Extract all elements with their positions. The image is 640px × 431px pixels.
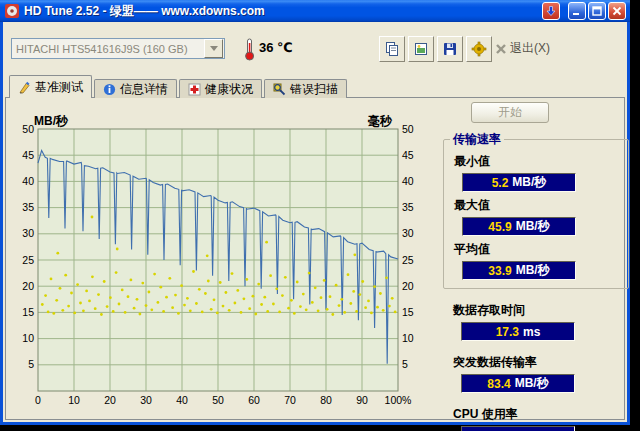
stat-cpu-usage-value-box: 3.6 % — [461, 426, 575, 431]
stat-minimum-label: 最小值 — [454, 153, 622, 170]
stat-cpu-usage: CPU 使用率 3.6 % — [449, 406, 629, 431]
benchmark-panel: MB/秒 毫秒 50454035302520151055045403530252… — [5, 97, 625, 420]
download-arrow-icon — [545, 5, 557, 17]
svg-text:70: 70 — [284, 394, 296, 406]
info-icon — [103, 83, 116, 96]
svg-text:60: 60 — [248, 394, 260, 406]
exit-button[interactable]: 退出(X) — [495, 40, 550, 57]
tab-benchmark[interactable]: 基准测试 — [9, 75, 92, 98]
svg-text:30: 30 — [402, 227, 414, 239]
thermometer-icon — [243, 37, 256, 61]
hd-tune-app-icon — [4, 3, 20, 19]
stat-access-time-value-box: 17.3 ms — [461, 322, 575, 341]
svg-text:25: 25 — [22, 254, 34, 266]
stat-average: 平均值 33.9 MB/秒 — [450, 241, 622, 280]
svg-text:50: 50 — [22, 123, 34, 135]
minimize-button[interactable] — [568, 2, 586, 20]
drive-select[interactable]: HITACHI HTS541616J9S (160 GB) — [11, 38, 225, 59]
svg-text:20: 20 — [402, 280, 414, 292]
close-button[interactable] — [608, 2, 626, 20]
svg-text:0: 0 — [35, 394, 41, 406]
health-cross-icon — [188, 83, 201, 96]
maximize-button[interactable] — [588, 2, 606, 20]
start-button[interactable]: 开始 — [471, 102, 549, 123]
svg-text:30: 30 — [22, 227, 34, 239]
maximize-icon — [592, 6, 602, 16]
stat-maximum-value: 45.9 — [488, 220, 511, 234]
tab-error-scan-label: 错误扫描 — [290, 81, 338, 98]
svg-text:15: 15 — [402, 306, 414, 318]
tab-info[interactable]: 信息详情 — [94, 79, 177, 98]
tab-health[interactable]: 健康状况 — [179, 79, 262, 98]
benchmark-chart: 5045403530252015105504540353025201510501… — [6, 112, 430, 412]
tab-info-label: 信息详情 — [120, 81, 168, 98]
svg-text:15: 15 — [22, 306, 34, 318]
stat-maximum-unit: MB/秒 — [516, 218, 550, 235]
transfer-rate-group: 传输速率 最小值 5.2 MB/秒 最大值 45.9 — [443, 131, 629, 289]
copy-button[interactable] — [379, 36, 405, 62]
svg-text:10: 10 — [22, 332, 34, 344]
error-scan-icon — [273, 83, 286, 96]
save-button[interactable] — [437, 36, 463, 62]
svg-text:20: 20 — [22, 280, 34, 292]
titlebar[interactable]: HD Tune 2.52 - 绿盟—— www.xdowns.com — [0, 0, 630, 22]
stat-minimum-value: 5.2 — [492, 176, 509, 190]
temperature-value: 36 ℃ — [259, 40, 293, 55]
svg-text:10: 10 — [68, 394, 80, 406]
stat-minimum-value-box: 5.2 MB/秒 — [462, 173, 576, 192]
options-gear-icon — [471, 41, 487, 57]
exit-x-icon — [495, 43, 507, 55]
stat-average-value: 33.9 — [488, 264, 511, 278]
toolbar-buttons — [379, 36, 492, 62]
stat-access-time-value: 17.3 — [496, 325, 519, 339]
svg-text:80: 80 — [320, 394, 332, 406]
stat-maximum-value-box: 45.9 MB/秒 — [462, 217, 576, 236]
svg-text:5: 5 — [28, 358, 34, 370]
tab-strip: 基准测试 信息详情 健康状况 — [9, 75, 349, 98]
pen-icon — [18, 81, 31, 94]
stat-minimum: 最小值 5.2 MB/秒 — [450, 153, 622, 192]
svg-text:50: 50 — [402, 123, 414, 135]
window-body: HITACHI HTS541616J9S (160 GB) 36 ℃ — [0, 22, 630, 425]
exit-label: 退出(X) — [510, 40, 550, 57]
copy-icon — [384, 41, 400, 57]
stat-burst-rate: 突发数据传输率 83.4 MB/秒 — [449, 354, 629, 393]
svg-text:5: 5 — [402, 358, 408, 370]
svg-text:40: 40 — [402, 175, 414, 187]
dropdown-arrow-button[interactable] — [204, 39, 223, 58]
download-arrow-button[interactable] — [542, 2, 560, 20]
svg-text:90: 90 — [356, 394, 368, 406]
transfer-rate-group-title: 传输速率 — [450, 131, 504, 148]
copy-image-button[interactable] — [408, 36, 434, 62]
svg-text:40: 40 — [22, 175, 34, 187]
chevron-down-icon — [210, 46, 218, 55]
save-icon — [442, 41, 458, 57]
svg-text:40: 40 — [176, 394, 188, 406]
drive-select-value: HITACHI HTS541616J9S (160 GB) — [12, 43, 203, 55]
stat-burst-rate-unit: MB/秒 — [515, 375, 549, 392]
stat-access-time: 数据存取时间 17.3 ms — [449, 302, 629, 341]
stat-average-label: 平均值 — [454, 241, 622, 258]
stat-average-value-box: 33.9 MB/秒 — [462, 261, 576, 280]
results-column: 开始 传输速率 最小值 5.2 MB/秒 最大值 — [443, 102, 629, 431]
svg-text:45: 45 — [402, 149, 414, 161]
options-button[interactable] — [466, 36, 492, 62]
close-icon — [612, 6, 622, 16]
svg-text:20: 20 — [104, 394, 116, 406]
svg-text:35: 35 — [402, 201, 414, 213]
stat-burst-rate-value: 83.4 — [487, 377, 510, 391]
tab-benchmark-label: 基准测试 — [35, 79, 83, 96]
stat-access-time-unit: ms — [523, 325, 540, 339]
copy-image-icon — [413, 41, 429, 57]
titlebar-buttons — [542, 2, 630, 20]
stat-maximum-label: 最大值 — [454, 197, 622, 214]
svg-text:35: 35 — [22, 201, 34, 213]
stat-burst-rate-value-box: 83.4 MB/秒 — [461, 374, 575, 393]
tab-error-scan[interactable]: 错误扫描 — [264, 79, 347, 98]
desktop: HD Tune 2.52 - 绿盟—— www.xdowns.com — [0, 0, 640, 431]
window-title: HD Tune 2.52 - 绿盟—— www.xdowns.com — [24, 3, 265, 20]
svg-text:30: 30 — [140, 394, 152, 406]
stat-maximum: 最大值 45.9 MB/秒 — [450, 197, 622, 236]
stat-access-time-label: 数据存取时间 — [453, 302, 629, 319]
stat-burst-rate-label: 突发数据传输率 — [453, 354, 629, 371]
